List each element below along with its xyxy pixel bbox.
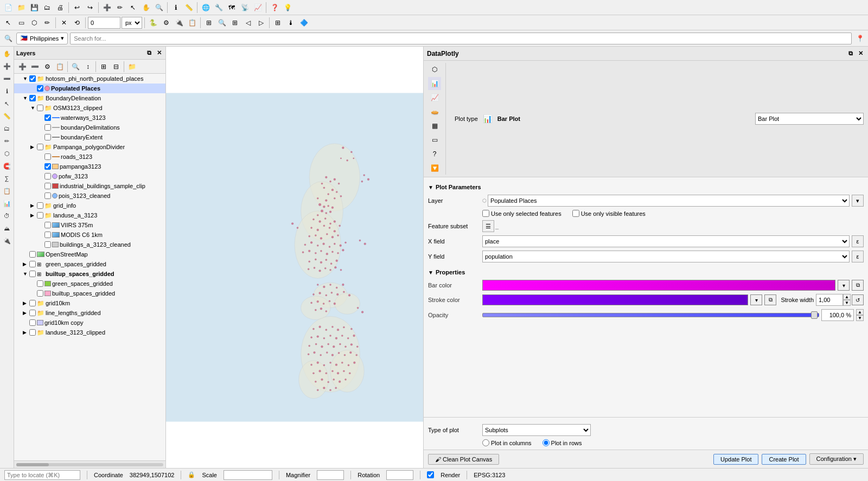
help-chart-btn[interactable]: ? [428, 147, 441, 161]
green-checkbox[interactable] [29, 261, 36, 267]
select-by-polygon-btn[interactable]: ⬡ [28, 17, 40, 29]
measure-btn[interactable]: 📏 [183, 2, 195, 14]
map-canvas-area[interactable] [166, 47, 423, 468]
zoom-in-side-btn[interactable]: ➕ [1, 60, 13, 72]
g10-arrow[interactable]: ▶ [23, 300, 29, 306]
add-layer-btn[interactable]: ➕ [101, 2, 113, 14]
stroke-width-reset-btn[interactable]: ↺ [852, 294, 864, 305]
select-by-freehand-btn[interactable]: ✏ [41, 17, 53, 29]
identify-btn[interactable]: ℹ [170, 2, 182, 14]
layer-builtup-gridded[interactable]: ▼ ⊞ builtup_spaces_gridded [14, 269, 165, 279]
hotosm-checkbox[interactable] [29, 75, 36, 82]
pan-prev-btn[interactable]: ◁ [242, 17, 254, 29]
luc-checkbox[interactable] [29, 329, 36, 336]
layers-hscroll[interactable] [14, 460, 165, 468]
rotation-input[interactable]: 0 [88, 17, 120, 29]
stroke-width-up-btn[interactable]: ▲ [843, 294, 851, 300]
x-field-dropdown[interactable]: place [482, 235, 850, 247]
plot-type-dropdown[interactable]: Bar Plot Scatter Plot Line Plot Pie Char… [755, 113, 864, 125]
configuration-btn[interactable]: Configuration ▾ [809, 453, 864, 465]
grid-arrow[interactable]: ▶ [30, 203, 37, 208]
magnifier-input[interactable]: 100% [317, 470, 344, 480]
opacity-value-input[interactable]: 100,0 % [821, 309, 854, 321]
layer-green-gridded[interactable]: ▶ ⊞ green_spaces_gridded [14, 259, 165, 269]
collapse-all-btn[interactable]: ⊟ [110, 61, 122, 73]
scatter-chart-btn[interactable]: ⬡ [428, 63, 441, 76]
green-arrow[interactable]: ▶ [23, 261, 29, 267]
open-attr-btn[interactable]: 📋 [54, 61, 66, 73]
render-checkbox[interactable] [427, 471, 434, 478]
osm-btn[interactable]: 🌐 [200, 2, 212, 14]
layer-props-btn[interactable]: ⚙ [41, 61, 53, 73]
layer-dropdown[interactable]: Populated Places [488, 195, 850, 207]
landuse-arrow[interactable]: ▶ [30, 213, 37, 218]
ll-checkbox[interactable] [29, 310, 36, 316]
open-project-btn[interactable]: 📁 [15, 2, 27, 14]
zoom-full-btn[interactable]: ⊞ [203, 17, 215, 29]
zoom-sel-btn[interactable]: ⊞ [229, 17, 241, 29]
builtup-arrow[interactable]: ▼ [23, 271, 29, 277]
plugin-mgr-btn[interactable]: 🔌 [173, 17, 185, 29]
properties-header[interactable]: ▼ Properties [428, 267, 864, 278]
x-field-btn[interactable]: ε [852, 235, 864, 247]
plot-params-header[interactable]: ▼ Plot Parameters [428, 182, 864, 193]
identify-side-btn[interactable]: ℹ [1, 85, 13, 97]
stroke-color-bar[interactable] [482, 294, 748, 305]
layer-grid10km[interactable]: ▶ 📁 grid10km [14, 298, 165, 308]
heatmap-btn[interactable]: 🌡 [285, 17, 297, 29]
plugin4-btn[interactable]: 📈 [252, 2, 264, 14]
digitize-btn[interactable]: ✏ [114, 2, 126, 14]
plot-in-columns-label[interactable]: Plot in columns [482, 439, 532, 446]
elevation-btn[interactable]: ⛰ [1, 222, 13, 234]
ppoly-checkbox[interactable] [37, 144, 43, 150]
y-field-dropdown[interactable]: population [482, 251, 850, 262]
measure-side-btn[interactable]: 📏 [1, 110, 13, 122]
undo-btn[interactable]: ↩ [71, 2, 83, 14]
layer-group-btn[interactable]: 📁 [126, 61, 138, 73]
dp-close-btn[interactable]: ✕ [856, 49, 865, 58]
bi-checkbox[interactable] [37, 290, 43, 297]
plot-in-rows-label[interactable]: Plot in rows [542, 439, 582, 446]
pan-next-btn[interactable]: ▷ [255, 17, 267, 29]
populated-checkbox[interactable] [37, 85, 43, 92]
layer-pofw[interactable]: ▶ pofw_3123 [14, 171, 165, 181]
atlas-btn[interactable]: 📋 [186, 17, 198, 29]
g10c-checkbox[interactable] [29, 319, 36, 326]
rotation-status-input[interactable]: 0,0 ° [386, 470, 413, 480]
help-btn[interactable]: ❓ [269, 2, 280, 14]
expand-all-btn[interactable]: ⊞ [98, 61, 110, 73]
bld-checkbox[interactable] [44, 241, 51, 248]
plot-in-rows-radio[interactable] [542, 439, 550, 446]
modis-checkbox[interactable] [44, 232, 51, 238]
redo-btn[interactable]: ↪ [84, 2, 96, 14]
filter-chart-btn[interactable]: 🔽 [428, 162, 441, 175]
tips-btn[interactable]: 💡 [282, 2, 293, 14]
layer-osm3123[interactable]: ▼ 📁 OSM3123_clipped [14, 103, 165, 113]
pofw-checkbox[interactable] [44, 173, 51, 179]
layer-populated[interactable]: ▶ Populated Places [14, 84, 165, 93]
select-side-btn[interactable]: ↖ [1, 98, 13, 110]
luc-arrow[interactable]: ▶ [23, 330, 29, 335]
layers-float-btn[interactable]: ⧉ [145, 49, 154, 57]
layer-green-icon[interactable]: ▶ green_spaces_gridded [14, 279, 165, 288]
edit-side-btn[interactable]: ✏ [1, 135, 13, 147]
print-btn[interactable]: 🖨 [54, 2, 66, 14]
waterways-checkbox[interactable] [44, 114, 51, 121]
add-layer-tool-btn[interactable]: ➕ [16, 61, 28, 73]
update-plot-btn[interactable]: Update Plot [713, 454, 758, 465]
opacity-slider[interactable] [482, 313, 819, 317]
select-feature-btn[interactable]: ↖ [2, 17, 14, 29]
osm-checkbox[interactable] [29, 251, 36, 258]
g10-checkbox[interactable] [29, 300, 36, 306]
bar-chart-btn[interactable]: 📊 [428, 77, 441, 90]
grid-checkbox[interactable] [37, 202, 43, 209]
pan-btn[interactable]: ✋ [140, 2, 152, 14]
plugin3-btn[interactable]: 📡 [239, 2, 251, 14]
use-selected-label[interactable]: Use only selected features [482, 210, 561, 217]
layer-industrial[interactable]: ▶ industrial_buildings_sample_clip [14, 181, 165, 191]
map-tips-btn[interactable]: 📍 [854, 33, 866, 44]
layer-line-lengths[interactable]: ▶ 📁 line_lengths_gridded [14, 308, 165, 318]
attr-table-btn[interactable]: 📋 [1, 185, 13, 197]
box-chart-btn[interactable]: ▭ [428, 133, 441, 146]
layer-openstreetmap[interactable]: ▶ OpenStreetMap [14, 249, 165, 259]
